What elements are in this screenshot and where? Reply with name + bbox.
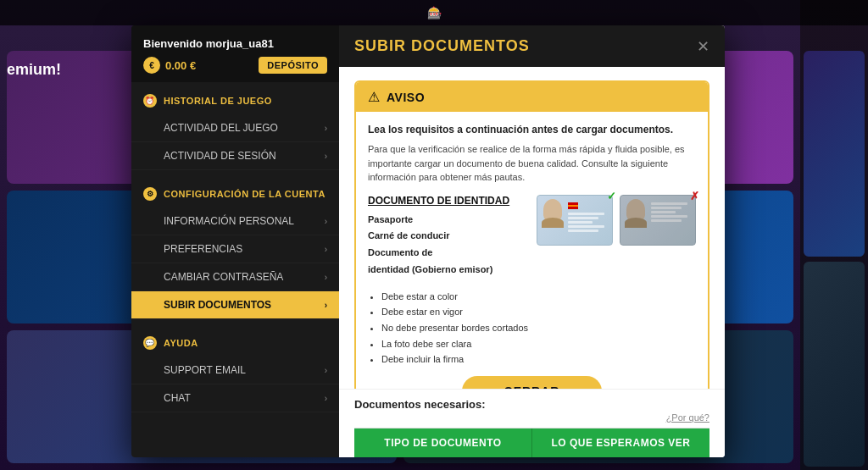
warning-icon: ⚠ [368,89,380,105]
requirements-list: Debe estar a color Debe estar en vigor N… [368,289,696,368]
premium-text: emium! [0,58,68,82]
id-line [568,213,604,215]
panel-title: SUBIR DOCUMENTOS [354,37,530,55]
sidebar-item-chat[interactable]: CHAT › [131,384,339,412]
aviso-intro: Lea los requisitos a continuación antes … [368,124,696,135]
por-que-link[interactable]: ¿Por qué? [354,412,709,423]
panel-header: SUBIR DOCUMENTOS ✕ [339,25,725,67]
aviso-box: ⚠ AVISO Lea los requisitos a continuació… [354,80,709,389]
requirement-3: No debe presentar bordes cortados [381,320,696,336]
sidebar-item-support-email[interactable]: SUPPORT EMAIL › [131,357,339,384]
doc-good-image [537,195,613,246]
doc-type-carne: Carné de conducir [368,228,525,245]
id-card-right [651,199,692,241]
tab-tipo-documento[interactable]: TIPO DE DOCUMENTO [354,429,532,457]
cerrar-button[interactable]: CERRAR [462,376,603,389]
id-face [626,199,645,221]
welcome-text: Bienvenido morjua_ua81 [143,37,327,50]
section-ayuda-title: AYUDA [164,338,198,348]
tab-lo-que-esperamos[interactable]: LO QUE ESPERAMOS VER [532,429,709,457]
panel-content: ⚠ AVISO Lea los requisitos a continuació… [339,67,725,389]
sidebar-item-info-personal[interactable]: INFORMACIÓN PERSONAL › [131,207,339,235]
sidebar-item-cambiar-contrasena[interactable]: CAMBIAR CONTRASEÑA › [131,263,339,291]
section-configuracion-title: CONFIGURACIÓN DE LA CUENTA [164,189,326,199]
bad-badge: ✗ [686,188,703,205]
chevron-icon: › [325,273,327,282]
section-ayuda: 💬 AYUDA SUPPORT EMAIL › CHAT › [131,324,339,417]
sidebar-header: Bienvenido morjua_ua81 € 0.00 € DEPÓSITO [131,25,339,82]
id-line [568,217,598,219]
deposit-button[interactable]: DEPÓSITO [259,57,327,74]
sidebar-item-subir-documentos[interactable]: SUBIR DOCUMENTOS › [131,291,339,319]
balance-amount: € 0.00 € [143,57,196,74]
aviso-desc: Para que la verificación se realice de l… [368,142,696,185]
tab-bar: TIPO DE DOCUMENTO LO QUE ESPERAMOS VER [354,428,709,457]
doc-type-pasaporte: Pasaporte [368,212,525,229]
panel: SUBIR DOCUMENTOS ✕ ⚠ AVISO Lea los requi… [339,25,725,457]
configuracion-icon: ⚙ [143,187,157,201]
casino-logo: 🎰 [427,6,442,19]
id-line [651,211,676,213]
docs-necesarios-label: Documentos necesarios: [354,398,709,411]
id-card-right [568,199,609,241]
id-line [568,225,604,228]
doc-types-list: Pasaporte Carné de conducir Documento de… [368,212,525,279]
chevron-icon: › [325,217,327,226]
doc-types-title: DOCUMENTO DE IDENTIDAD [368,195,525,207]
chevron-icon: › [325,394,327,403]
side-tile-2 [804,262,865,467]
id-line [651,215,687,218]
chevron-icon: › [325,366,327,375]
aviso-header: ⚠ AVISO [356,82,708,112]
doc-bad-wrapper: ✗ [620,195,696,246]
doc-good-wrapper: ✓ [537,195,613,246]
sidebar: Bienvenido morjua_ua81 € 0.00 € DEPÓSITO… [131,25,339,457]
balance-value: 0.00 € [165,59,196,72]
id-card-left [541,199,565,241]
good-badge: ✓ [603,188,620,205]
section-historial: ⏰ HISTORIAL DE JUEGO ACTIVIDAD DEL JUEGO… [131,82,339,175]
top-bar: 🎰 [0,0,868,25]
close-button[interactable]: ✕ [697,39,709,54]
chevron-icon: › [325,152,327,161]
chevron-icon: › [325,124,327,133]
id-line [568,229,598,232]
cerrar-btn-wrapper: CERRAR [368,368,696,389]
balance-row: € 0.00 € DEPÓSITO [143,57,327,74]
panel-bottom: Documentos necesarios: ¿Por qué? TIPO DE… [339,389,725,457]
chevron-icon: › [325,245,327,254]
doc-grid: DOCUMENTO DE IDENTIDAD Pasaporte Carné d… [368,195,696,279]
section-configuracion: ⚙ CONFIGURACIÓN DE LA CUENTA INFORMACIÓN… [131,175,339,324]
section-historial-header: ⏰ HISTORIAL DE JUEGO [131,87,339,114]
requirement-1: Debe estar a color [381,289,696,305]
chevron-icon: › [325,301,327,310]
id-face [543,199,562,221]
section-ayuda-header: 💬 AYUDA [131,329,339,357]
aviso-body: Lea los requisitos a continuación antes … [356,112,708,389]
id-line [651,207,682,209]
sidebar-item-actividad-sesion[interactable]: ACTIVIDAD DE SESIÓN › [131,142,339,170]
sidebar-item-actividad-juego[interactable]: ACTIVIDAD DEL JUEGO › [131,114,339,142]
id-flag [568,202,578,209]
ayuda-icon: 💬 [143,336,157,350]
id-card-left [624,199,648,241]
aviso-title: AVISO [387,91,425,104]
section-historial-title: HISTORIAL DE JUEGO [164,96,272,106]
requirement-5: Debe incluir la firma [381,351,696,368]
requirement-2: Debe estar en vigor [381,304,696,320]
sidebar-item-preferencias[interactable]: PREFERENCIAS › [131,235,339,263]
requirement-4: La foto debe ser clara [381,336,696,352]
section-configuracion-header: ⚙ CONFIGURACIÓN DE LA CUENTA [131,180,339,207]
doc-type-documento: Documento deidentidad (Gobierno emisor) [368,245,525,279]
doc-bad-image [620,195,696,246]
id-line [651,202,687,205]
id-line [651,219,682,222]
side-tile-1 [804,51,865,257]
doc-types: DOCUMENTO DE IDENTIDAD Pasaporte Carné d… [368,195,525,279]
id-line [568,221,593,224]
modal: Bienvenido morjua_ua81 € 0.00 € DEPÓSITO… [131,25,725,457]
coin-icon: € [143,57,160,74]
historial-icon: ⏰ [143,94,157,108]
doc-images: ✓ [537,195,696,279]
bg-right [800,0,868,470]
